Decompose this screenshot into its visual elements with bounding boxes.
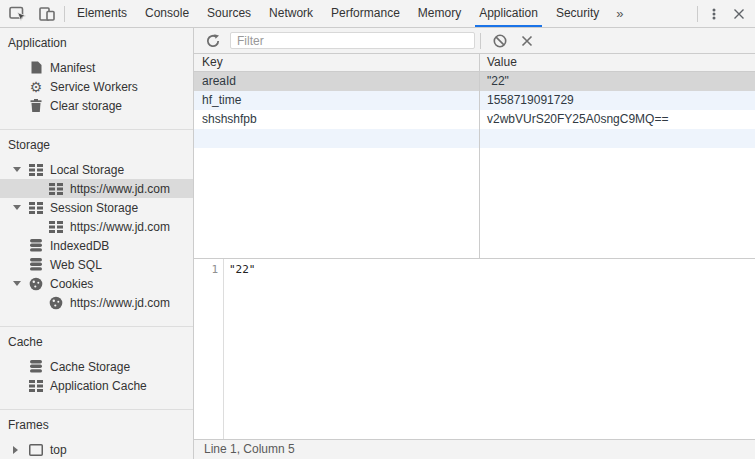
table-row[interactable]: areaId "22" [194,72,755,91]
section-title: Frames [0,418,193,440]
delete-selected-button[interactable] [514,28,540,53]
section-title: Storage [0,138,193,160]
cell-key: shshshfpb [194,110,479,129]
storage-items-table: Key Value areaId "22" hf_time 1558719091… [194,54,755,258]
refresh-icon [206,34,220,48]
filter-input[interactable] [230,32,475,49]
sidebar-item-label: Session Storage [50,201,138,215]
column-header-key[interactable]: Key [194,54,479,71]
table-icon [48,221,64,233]
table-row[interactable]: shshshfpb v2wbVUrS20FY25A0sngC9MQ== [194,110,755,129]
gear-icon: ⚙ [28,80,44,94]
tab-performance[interactable]: Performance [322,0,409,27]
section-frames: Frames top [0,409,193,459]
inspect-element-button[interactable] [3,0,33,27]
column-resize-handle[interactable] [479,54,480,258]
sidebar-item-label: Clear storage [50,99,122,113]
sidebar-item-local-storage-origin[interactable]: https://www.jd.com [0,179,193,198]
tab-application[interactable]: Application [470,0,547,27]
sidebar-item-cache-storage[interactable]: Cache Storage [0,357,193,376]
close-icon [733,8,745,20]
tab-sources[interactable]: Sources [198,0,260,27]
more-tabs-chevron-icon[interactable]: » [608,1,631,27]
device-toolbar-button[interactable] [33,0,61,27]
table-icon [28,164,44,176]
clear-all-button[interactable] [486,28,514,53]
sidebar-item-label: Service Workers [50,80,138,94]
document-icon [28,61,44,74]
sidebar-item-top-frame[interactable]: top [0,440,193,459]
cell-key: areaId [194,72,479,91]
preview-content[interactable]: "22" [224,259,256,439]
section-storage: Storage Local Storage [0,129,193,326]
sidebar-item-local-storage[interactable]: Local Storage [0,160,193,179]
sidebar-item-manifest[interactable]: Manifest [0,58,193,77]
sidebar-item-application-cache[interactable]: Application Cache [0,376,193,395]
tab-elements[interactable]: Elements [68,0,136,27]
devtools-close-button[interactable] [727,0,751,27]
sidebar-item-session-storage[interactable]: Session Storage [0,198,193,217]
sidebar-item-label: Local Storage [50,163,124,177]
table-icon [28,202,44,214]
cookie-icon [28,277,44,291]
cookie-icon [48,296,64,310]
sidebar-item-label: https://www.jd.com [70,220,170,234]
sidebar-item-clear-storage[interactable]: Clear storage [0,96,193,115]
sidebar-item-label: Cookies [50,277,93,291]
table-row[interactable]: hf_time 1558719091729 [194,91,755,110]
storage-toolbar [194,28,755,54]
frame-icon [28,444,44,456]
chevron-down-icon[interactable] [13,205,21,210]
panel-tabs: Elements Console Sources Network Perform… [68,0,608,28]
devtools-menu-button[interactable] [701,0,727,27]
table-header: Key Value [194,54,755,72]
sidebar-item-web-sql[interactable]: Web SQL [0,255,193,274]
column-header-value[interactable]: Value [479,54,755,71]
toolbar-divider [64,6,65,22]
database-icon [28,258,44,271]
tab-security[interactable]: Security [547,0,608,27]
devtools-tabbar: Elements Console Sources Network Perform… [0,0,755,28]
sidebar-item-service-workers[interactable]: ⚙ Service Workers [0,77,193,96]
status-bar: Line 1, Column 5 [194,439,755,459]
cell-key: hf_time [194,91,479,110]
table-icon [28,380,44,392]
chevron-right-icon[interactable] [13,446,18,454]
sidebar-item-label: Web SQL [50,258,102,272]
table-filler-row[interactable] [194,129,755,148]
tab-memory[interactable]: Memory [409,0,470,27]
database-icon [28,360,44,373]
cell-value: "22" [479,72,755,91]
refresh-button[interactable] [199,28,227,53]
section-cache: Cache Cache Storage [0,326,193,409]
kebab-menu-icon [707,6,721,22]
section-application: Application Manifest ⚙ Service Workers [0,28,193,129]
sidebar-item-cookies-origin[interactable]: https://www.jd.com [0,293,193,312]
block-icon [493,34,507,48]
cursor-position-text: Line 1, Column 5 [204,442,295,456]
sidebar-item-indexeddb[interactable]: IndexedDB [0,236,193,255]
table-icon [48,183,64,195]
chevron-down-icon[interactable] [13,167,21,172]
tab-console[interactable]: Console [136,0,198,27]
toolbar-divider [480,33,481,49]
line-number: 1 [194,263,218,276]
sidebar-item-label: Cache Storage [50,360,130,374]
x-icon [521,35,533,47]
application-sidebar: Application Manifest ⚙ Service Workers [0,28,194,459]
cell-value: v2wbVUrS20FY25A0sngC9MQ== [479,110,755,129]
inspect-icon [9,6,27,22]
toolbar-divider [697,6,698,22]
section-title: Cache [0,335,193,357]
sidebar-item-session-storage-origin[interactable]: https://www.jd.com [0,217,193,236]
device-toolbar-icon [39,6,55,22]
sidebar-item-label: Manifest [50,61,95,75]
chevron-down-icon[interactable] [13,281,21,286]
section-title: Application [0,36,193,58]
sidebar-item-label: top [50,443,67,457]
sidebar-item-label: Application Cache [50,379,147,393]
sidebar-item-label: IndexedDB [50,239,109,253]
sidebar-item-label: https://www.jd.com [70,296,170,310]
sidebar-item-cookies[interactable]: Cookies [0,274,193,293]
tab-network[interactable]: Network [260,0,322,27]
